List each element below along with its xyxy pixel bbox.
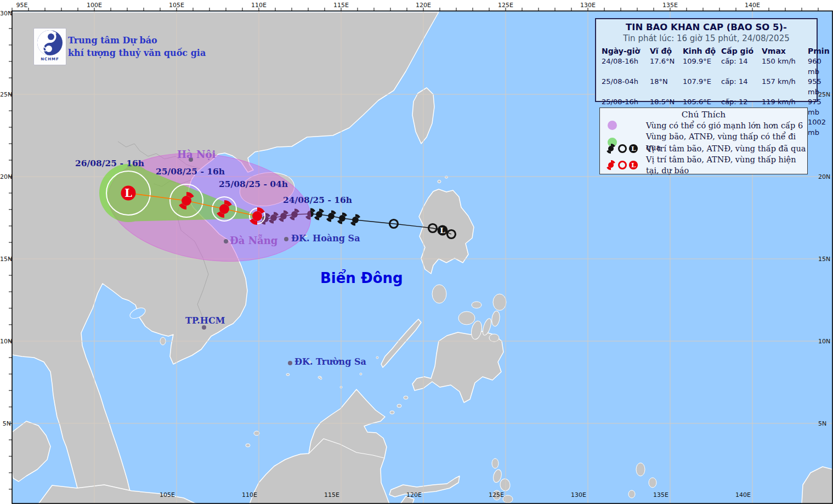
legend-items: Vùng có thể có gió mạnh lớn hơn cấp 6Vùn… — [600, 120, 807, 166]
bulletin-cell: 109.9°E — [683, 56, 721, 77]
bulletin-cell: cấp: 14 — [721, 77, 762, 97]
sea-name-label: Biển Đông — [320, 270, 403, 286]
axis-label-top: 100E — [87, 2, 102, 9]
legend-panel: Chú Thích Vùng có thể có gió mạnh lớn hơ… — [599, 107, 808, 174]
bulletin-cell: 150 km/h — [762, 56, 808, 77]
legend-marker-icons — [604, 143, 643, 154]
legend-item-label: Vùng có thể có gió mạnh lớn hơn cấp 6 — [646, 120, 807, 131]
bulletin-header-cell: Ngày-giờ — [602, 46, 650, 56]
axis-label-bottom: 140E — [735, 491, 751, 499]
axis-label-right: 20N — [818, 173, 830, 180]
axis-label-bottom: 110E — [242, 491, 257, 499]
agency-name-line2: khí tượng thuỷ văn quốc gia — [68, 47, 206, 59]
city-label: ĐK. Trường Sa — [294, 356, 366, 367]
legend-marker-icons — [604, 160, 643, 171]
bulletin-header-cell: Vmax — [762, 46, 808, 56]
track-time-label: 24/08/25 - 16h — [283, 195, 352, 205]
agency-name: Trung tâm Dự báo khí tượng thuỷ văn quốc… — [68, 34, 206, 59]
bulletin-header-cell: Pmin — [808, 46, 830, 56]
track-time-label: 26/08/25 - 16h — [75, 158, 144, 168]
axis-label-bottom: 125E — [489, 491, 504, 499]
current-markers-icon — [600, 160, 646, 171]
axis-label-bottom: 130E — [571, 491, 586, 499]
storm-bulletin-map: L NCHMF Trung tâm Dự báo khí tượng thuỷ … — [0, 0, 833, 504]
bulletin-cell: 107.9°E — [683, 77, 721, 97]
bulletin-data-row: 24/08-16h17.6°N109.9°Ecấp: 14150 km/h960… — [602, 56, 813, 77]
bulletin-cell: 1002 mb — [808, 117, 826, 138]
bulletin-issued-time: Tin phát lúc: 16 giờ 15 phút, 24/08/2025 — [596, 33, 817, 43]
agency-name-line1: Trung tâm Dự báo — [68, 34, 206, 47]
legend-item: Vùng bão, ATNĐ, vùng thấp có thể đi qua — [600, 131, 807, 143]
axis-label-top: 105E — [169, 2, 184, 9]
bulletin-data-row: 25/08-04h18°N107.9°Ecấp: 14157 km/h955 m… — [602, 77, 813, 97]
legend-item-label: Vị trí tâm bão, ATNĐ, vùng thấp hiện tại… — [646, 154, 807, 176]
bulletin-header-cell: Cấp gió — [721, 46, 762, 56]
axis-label-top: 130E — [580, 2, 596, 9]
bulletin-cell: 24/08-16h — [602, 56, 650, 77]
axis-label-bottom: 115E — [324, 491, 339, 499]
axis-label-left: 20N — [0, 173, 11, 180]
axis-label-top: 135E — [662, 2, 678, 9]
bulletin-cell: 157 km/h — [762, 77, 808, 97]
bulletin-cell: 975 mb — [808, 97, 821, 117]
legend-item: Vị trí tâm bão, ATNĐ, vùng thấp đã qua — [600, 143, 807, 154]
city-label: Hà Nội — [177, 149, 216, 160]
axis-label-right: 25N — [818, 91, 830, 98]
track-time-label: 25/08/25 - 16h — [156, 166, 225, 177]
axis-label-top: 120E — [416, 2, 431, 9]
axis-label-left: 5N — [0, 420, 11, 427]
axis-label-right: 15N — [818, 256, 830, 263]
axis-label-top: 95E — [16, 2, 28, 9]
bulletin-header-cell: Kinh độ — [683, 46, 721, 56]
axis-label-bottom: 105E — [160, 491, 175, 499]
axis-label-right: 10N — [818, 338, 830, 345]
legend-title: Chú Thích — [600, 110, 807, 120]
bulletin-panel: TIN BAO KHAN CAP (BAO SO 5)- Tin phát lú… — [595, 18, 818, 102]
bulletin-header-cell: Vĩ độ — [650, 46, 683, 56]
axis-label-right: 5N — [818, 420, 826, 427]
city-label: Đà Nẵng — [230, 235, 277, 246]
bulletin-title: TIN BAO KHAN CAP (BAO SO 5)- — [596, 22, 817, 32]
past-markers-icon — [600, 143, 646, 154]
axis-label-left: 10N — [0, 338, 11, 345]
axis-label-top: 115E — [333, 2, 349, 9]
axis-label-bottom: 135E — [653, 491, 668, 499]
axis-label-top: 125E — [498, 2, 513, 9]
axis-label-top: 110E — [251, 2, 267, 9]
nchmf-logo-text: NCHMF — [41, 57, 59, 61]
bulletin-cell: 25/08-04h — [602, 77, 650, 97]
legend-item: Vị trí tâm bão, ATNĐ, vùng thấp hiện tại… — [600, 154, 807, 166]
city-label: ĐK. Hoàng Sa — [291, 233, 360, 243]
axis-label-left: 30N — [0, 10, 11, 17]
legend-item-label: Vị trí tâm bão, ATNĐ, vùng thấp đã qua — [646, 143, 807, 154]
bulletin-cell: 18°N — [650, 77, 683, 97]
track-time-label: 25/08/25 - 04h — [219, 179, 288, 189]
nchmf-logo-icon — [36, 29, 64, 57]
axis-label-bottom: 120E — [406, 491, 422, 499]
bulletin-cell: 960 mb — [808, 56, 821, 77]
axis-label-left: 25N — [0, 91, 11, 98]
nchmf-logo: NCHMF — [33, 28, 66, 65]
legend-item: Vùng có thể có gió mạnh lớn hơn cấp 6 — [600, 120, 807, 131]
wind-area-dot-icon — [600, 121, 646, 130]
axis-label-top: 140E — [745, 2, 760, 9]
axis-label-left: 15N — [0, 256, 11, 263]
bulletin-header-row: Ngày-giờVĩ độKinh độCấp gióVmaxPmin — [602, 46, 813, 56]
bulletin-cell: 17.6°N — [650, 56, 683, 77]
city-label: TP.HCM — [185, 315, 225, 326]
bulletin-cell: cấp: 14 — [721, 56, 762, 77]
